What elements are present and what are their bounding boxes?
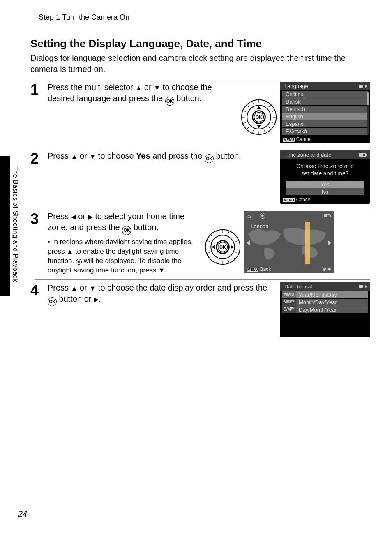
- lcd-dateformat-item[interactable]: D/M/YDay/Month/Year: [282, 306, 368, 313]
- down-triangle-icon: ▼: [89, 284, 96, 293]
- lcd-option-no[interactable]: No: [286, 188, 364, 195]
- right-triangle-icon: ▶: [88, 212, 93, 222]
- text-fragment: button.: [174, 94, 202, 103]
- section-title: Setting the Display Language, Date, and …: [30, 37, 370, 50]
- text-fragment: and press the: [150, 151, 205, 160]
- lcd-footer-text: Cancel: [296, 136, 311, 142]
- up-triangle-icon: ▲: [67, 247, 73, 256]
- step-2-text: Press ▲ or ▼ to choose Yes and press the…: [48, 150, 277, 163]
- lcd-option-yes[interactable]: Yes: [286, 181, 364, 188]
- lcd-header: Time zone and date: [280, 150, 370, 159]
- left-triangle-icon: ◀: [71, 212, 76, 222]
- divider: [35, 148, 370, 148]
- step-number: 3: [30, 211, 48, 275]
- lcd-prompt: Choose time zone and set date and time?: [280, 159, 370, 180]
- lcd-language-item[interactable]: Dansk: [282, 98, 368, 105]
- text-fragment: or: [78, 151, 90, 160]
- svg-text:OK: OK: [256, 115, 262, 120]
- text-fragment: button.: [214, 151, 241, 160]
- lcd-footer: MENU Cancel: [280, 135, 370, 143]
- text-fragment: or: [142, 83, 154, 92]
- battery-icon: [359, 153, 366, 157]
- step-2: 2 Press ▲ or ▼ to choose Yes and press t…: [30, 150, 370, 204]
- ok-button-icon: OK: [122, 226, 131, 235]
- side-tab: [0, 156, 10, 296]
- text-fragment: or: [76, 212, 88, 221]
- dateformat-label: Month/Day/Year: [296, 299, 339, 306]
- ok-button-icon: OK: [205, 154, 214, 163]
- step-4-text: Press ▲ or ▼ to choose the date display …: [48, 282, 277, 306]
- ok-button-icon: OK: [165, 97, 174, 106]
- lcd-language-item[interactable]: Español: [282, 120, 368, 127]
- lcd-footer: MENU Cancel: [280, 196, 370, 204]
- text-fragment: or: [78, 283, 90, 292]
- divider: [35, 279, 370, 280]
- text-fragment: .: [99, 294, 101, 303]
- prompt-line: set date and time?: [301, 170, 348, 177]
- step-3: 3 Press ◀ or ▶ to select your home time …: [30, 211, 370, 275]
- rotary-dial-leftright-icon: OK: [203, 227, 242, 267]
- dst-hint-icon: ⊕:✺: [323, 267, 331, 272]
- text-fragment: Press: [48, 212, 71, 221]
- lcd-footer-text: Back: [260, 266, 271, 272]
- lcd-title: Date format: [284, 284, 312, 290]
- lcd-language-screen: Language ČeštinaDanskDeutschEnglishEspañ…: [280, 82, 370, 143]
- step-1-text: Press the multi selector ▲ or ▼ to choos…: [48, 82, 236, 106]
- text-fragment: Press the multi selector: [48, 83, 135, 92]
- text-fragment: button.: [131, 223, 159, 232]
- down-triangle-icon: ▼: [154, 83, 160, 92]
- rotary-dial-updown-icon: OK: [239, 97, 279, 137]
- text-fragment: .: [165, 266, 167, 274]
- text-fragment: Press: [48, 151, 71, 160]
- lcd-title: Time zone and date: [284, 152, 331, 158]
- text-fragment: Press: [48, 283, 71, 292]
- lcd-language-item[interactable]: English: [282, 113, 368, 120]
- up-triangle-icon: ▲: [71, 152, 78, 161]
- lcd-language-item[interactable]: Ελληνικά: [282, 128, 368, 135]
- dateformat-tag: Y/M/D: [282, 291, 296, 298]
- intro-text: Dialogs for language selection and camer…: [30, 53, 366, 75]
- lcd-dateformat-item[interactable]: Y/M/DYear/Month/Day: [282, 291, 368, 298]
- menu-badge-icon: MENU: [283, 138, 295, 142]
- battery-icon: [324, 214, 330, 217]
- text-fragment: button or: [57, 294, 94, 303]
- ok-button-icon: OK: [48, 297, 57, 306]
- world-map-icon: [244, 222, 334, 264]
- up-triangle-icon: ▲: [71, 284, 78, 293]
- lcd-footer: MENU Back ⊕:✺: [244, 265, 334, 273]
- dateformat-label: Day/Month/Year: [296, 306, 339, 313]
- divider: [35, 208, 370, 208]
- lcd-language-item[interactable]: Deutsch: [282, 106, 368, 113]
- dst-globe-icon: ✺: [76, 259, 82, 265]
- lcd-title: Language: [284, 83, 308, 89]
- dateformat-tag: D/M/Y: [282, 306, 296, 313]
- lcd-footer-text: Cancel: [296, 197, 311, 203]
- page-header: Step 1 Turn the Camera On: [39, 13, 370, 22]
- text-fragment: to choose the date display order and pre…: [96, 283, 267, 292]
- lcd-language-item[interactable]: Čeština: [282, 91, 368, 98]
- dateformat-tag: M/D/Y: [282, 299, 296, 306]
- down-triangle-icon: ▼: [89, 152, 96, 161]
- battery-icon: [359, 85, 366, 88]
- prompt-line: Choose time zone and: [296, 163, 354, 169]
- svg-text:OK: OK: [219, 245, 226, 249]
- lcd-date-format: Date format Y/M/DYear/Month/DayM/D/YMont…: [280, 282, 370, 337]
- timezone-highlight: [305, 222, 310, 264]
- side-section-label: The Basics of Shooting and Playback: [12, 166, 19, 282]
- step-1: 1 Press the multi selector ▲ or ▼ to cho…: [30, 82, 370, 143]
- dst-globe-icon: ✺: [260, 213, 265, 219]
- lcd-dateformat-item[interactable]: M/D/YMonth/Day/Year: [282, 299, 368, 306]
- lcd-header: Language: [280, 82, 370, 90]
- up-triangle-icon: ▲: [135, 83, 142, 92]
- scrollbar: [367, 92, 369, 134]
- right-triangle-icon: ▶: [94, 295, 99, 304]
- menu-badge-icon: MENU: [247, 268, 258, 272]
- step-4: 4 Press ▲ or ▼ to choose the date displa…: [30, 282, 370, 337]
- text-fragment: to choose: [96, 151, 136, 160]
- step-3-note: In regions where daylight saving time ap…: [48, 238, 200, 275]
- dateformat-label: Year/Month/Day: [296, 291, 339, 298]
- step-number: 2: [30, 150, 48, 204]
- svg-marker-47: [328, 240, 331, 245]
- step-3-text: Press ◀ or ▶ to select your home time zo…: [48, 211, 200, 235]
- lcd-world-map: ⌂ ✺ London Casablanca: [244, 211, 334, 273]
